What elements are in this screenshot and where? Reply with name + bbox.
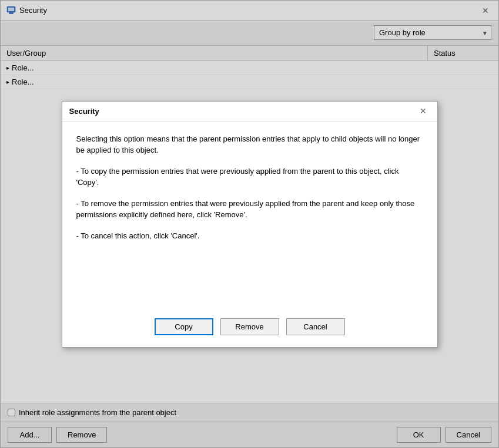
dialog-body: Selecting this option means that the par… bbox=[62, 122, 437, 309]
dialog-paragraph-2: - To copy the permission entries that we… bbox=[76, 166, 423, 188]
dialog-cancel-button[interactable]: Cancel bbox=[286, 318, 345, 335]
security-dialog: Security ✕ Selecting this option means t… bbox=[62, 101, 438, 348]
dialog-title: Security bbox=[69, 107, 99, 116]
dialog-copy-button[interactable]: Copy bbox=[155, 318, 213, 335]
dialog-buttons-row: Copy Remove Cancel bbox=[62, 309, 437, 347]
dialog-paragraph-3: - To remove the permission entries that … bbox=[76, 198, 423, 221]
main-security-window: Security ✕ Group by role ▼ User/Group St… bbox=[0, 0, 499, 448]
dialog-title-bar: Security ✕ bbox=[62, 102, 437, 122]
dialog-paragraph-4: - To cancel this action, click 'Cancel'. bbox=[76, 230, 423, 242]
dialog-paragraph-1: Selecting this option means that the par… bbox=[76, 133, 423, 156]
modal-overlay: Security ✕ Selecting this option means t… bbox=[1, 1, 498, 447]
dialog-remove-button[interactable]: Remove bbox=[220, 318, 279, 335]
dialog-close-button[interactable]: ✕ bbox=[416, 105, 430, 117]
